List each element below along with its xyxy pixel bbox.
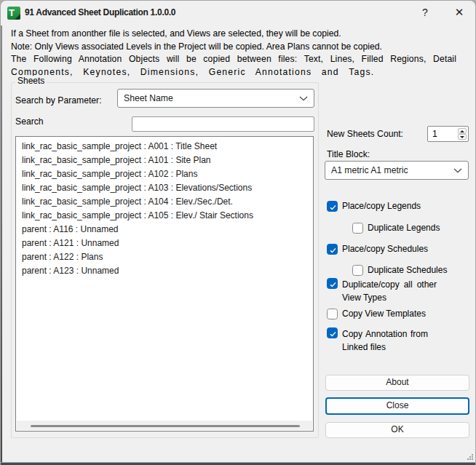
spinner-down-button[interactable]	[458, 134, 467, 140]
intro-line: Components, Keynotes, Dimensions, Generi…	[11, 66, 472, 79]
title-block-combobox[interactable]: A1 metric A1 metric	[325, 161, 469, 180]
dialog-window: T 91 Advanced Sheet Duplication 1.0.0.0 …	[0, 0, 476, 465]
titlebar-close-button[interactable]: ✕	[448, 1, 470, 24]
close-dialog-button[interactable]: Close	[325, 397, 469, 415]
list-item[interactable]: link_rac_basic_sample_project : A105 : E…	[16, 209, 313, 223]
checkbox-checked-icon	[327, 244, 338, 255]
intro-line: If a Sheet from anonther file is selecte…	[11, 28, 472, 41]
app-icon: T	[7, 7, 20, 20]
parameter-combobox-value: Sheet Name	[124, 90, 173, 107]
checkbox-place-copy-schedules[interactable]: Place/copy Schedules	[327, 244, 428, 255]
checkbox-checked-icon	[327, 201, 338, 212]
horizontal-scrollbar[interactable]	[17, 421, 312, 430]
checkbox-duplicate-schedules[interactable]: Duplicate Schedules	[352, 265, 447, 276]
new-sheets-count-value: 1	[432, 127, 437, 141]
list-item[interactable]: parent : A123 : Unnamed	[16, 264, 313, 278]
new-sheets-count-spinner[interactable]: 1	[427, 126, 469, 142]
arrow-up-icon	[460, 130, 464, 132]
checkbox-place-copy-legends[interactable]: Place/copy Legends	[327, 201, 421, 212]
checkbox-label: Duplicate Legends	[368, 223, 440, 234]
checkbox-unchecked-icon	[352, 223, 363, 234]
checkbox-unchecked-icon	[352, 265, 363, 276]
list-item[interactable]: link_rac_basic_sample_project : A103 : E…	[16, 181, 313, 195]
checkbox-label: Duplicate Schedules	[368, 265, 447, 276]
intro-line: The Following Annotation Objects will be…	[11, 53, 472, 66]
list-item[interactable]: parent : A116 : Unnamed	[16, 223, 313, 237]
list-item[interactable]: parent : A122 : Plans	[16, 250, 313, 264]
about-button[interactable]: About	[325, 375, 469, 391]
list-item[interactable]: link_rac_basic_sample_project : A001 : T…	[16, 140, 313, 154]
arrow-down-icon	[460, 136, 464, 138]
checkbox-copy-annotation-from-linked-files[interactable]: Copy Annotation from Linked files	[327, 327, 428, 354]
scrollbar-thumb[interactable]	[31, 425, 300, 427]
checkbox-unchecked-icon	[327, 309, 338, 319]
search-by-parameter-label: Search by Parameter:	[15, 95, 102, 106]
checkbox-duplicate-copy-all-other-view-types[interactable]: Duplicate/copy all other View Types	[327, 278, 437, 304]
list-item[interactable]: link_rac_basic_sample_project : A101 : S…	[16, 154, 313, 167]
resize-grip[interactable]	[467, 453, 474, 461]
ok-button[interactable]: OK	[325, 422, 469, 438]
chevron-down-icon	[299, 96, 308, 101]
help-button[interactable]: ?	[415, 1, 435, 24]
checkbox-duplicate-legends[interactable]: Duplicate Legends	[352, 223, 440, 234]
checkbox-label: Place/copy Schedules	[342, 244, 428, 255]
parameter-combobox[interactable]: Sheet Name	[117, 89, 314, 108]
intro-line: Note: Only Views associated Levels in th…	[11, 41, 472, 54]
search-label: Search	[15, 116, 44, 127]
list-item[interactable]: parent : A121 : Unnamed	[16, 237, 313, 250]
spinner-buttons	[458, 128, 467, 140]
title-block-combobox-value: A1 metric A1 metric	[331, 162, 408, 179]
checkbox-label: Copy View Templates	[342, 309, 426, 319]
window-title: 91 Advanced Sheet Duplication 1.0.0.0	[25, 1, 175, 24]
list-item[interactable]: link_rac_basic_sample_project : A104 : E…	[16, 195, 313, 209]
checkbox-copy-view-templates[interactable]: Copy View Templates	[327, 309, 426, 319]
list-item[interactable]: link_rac_basic_sample_project : A102 : P…	[16, 167, 313, 181]
new-sheets-count-label: New Sheets Count:	[327, 129, 403, 139]
checkbox-checked-icon	[327, 327, 338, 338]
intro-text: If a Sheet from anonther file is selecte…	[11, 28, 472, 79]
checkbox-label: Duplicate/copy all other View Types	[342, 278, 437, 304]
search-input[interactable]	[132, 116, 314, 132]
spinner-up-button[interactable]	[458, 128, 467, 134]
window-left-edge	[1, 25, 2, 465]
checkbox-checked-icon	[327, 278, 338, 289]
window-bottom-edge	[1, 462, 475, 465]
sheet-listbox[interactable]: link_rac_basic_sample_project : A001 : T…	[15, 136, 314, 432]
checkbox-label: Copy Annotation from Linked files	[342, 327, 428, 354]
title-block-label: Title Block:	[327, 149, 370, 159]
chevron-down-icon	[453, 168, 462, 173]
sheets-groupbox-label: Sheets	[15, 76, 47, 86]
checkbox-label: Place/copy Legends	[342, 201, 421, 212]
titlebar: T 91 Advanced Sheet Duplication 1.0.0.0 …	[1, 1, 475, 24]
